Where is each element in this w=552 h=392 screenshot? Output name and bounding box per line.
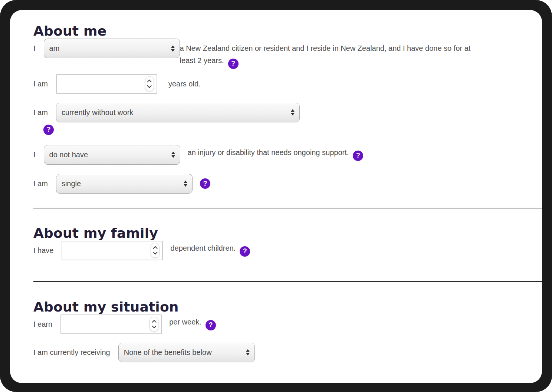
- disability-suffix-text: an injury or disability that needs ongoi…: [188, 148, 349, 157]
- section-title-about-me: About me: [33, 24, 542, 39]
- children-input-wrap: [62, 241, 163, 260]
- benefits-select[interactable]: None of the benefits below: [118, 343, 255, 362]
- age-input[interactable]: [56, 74, 157, 94]
- number-spinner: [145, 76, 154, 91]
- relationship-help-wrap: ?: [200, 178, 210, 189]
- earnings-suffix-label: per week.?: [169, 318, 216, 330]
- earnings-suffix-text: per week.: [169, 318, 201, 326]
- section-title-about-my-family: About my family: [33, 226, 542, 241]
- relationship-help-icon[interactable]: ?: [200, 178, 210, 189]
- select-arrows-icon: [184, 181, 187, 187]
- benefits-row: I am currently receiving None of the ben…: [33, 343, 542, 362]
- earnings-row: I earn per week.?: [33, 314, 542, 334]
- work-status-help-wrap: ?: [43, 125, 542, 135]
- row-label: I: [33, 39, 36, 58]
- work-status-help-icon[interactable]: ?: [43, 125, 54, 135]
- section-title-about-my-situation: About my situation: [33, 300, 542, 314]
- age-input-wrap: [56, 74, 157, 94]
- citizenship-description-text: a New Zealand citizen or resident and I …: [180, 44, 471, 65]
- row-label: I am: [33, 80, 48, 88]
- children-row: I have dependent children.?: [33, 241, 542, 260]
- select-arrows-icon: [171, 45, 175, 52]
- section-divider: [33, 208, 542, 208]
- benefits-select-value: None of the benefits below: [124, 348, 212, 357]
- select-arrows-icon: [171, 152, 175, 158]
- disability-select-value: do not have: [49, 151, 88, 159]
- earnings-help-icon[interactable]: ?: [206, 320, 216, 330]
- citizenship-row: I am a New Zealand citizen or resident a…: [33, 39, 542, 69]
- weekly-earnings-input[interactable]: [60, 314, 162, 334]
- relationship-row: I am single ?: [33, 174, 542, 194]
- work-status-select-value: currently without work: [62, 108, 133, 117]
- children-suffix-text: dependent children.: [170, 244, 236, 252]
- spinner-up-button[interactable]: [152, 320, 156, 323]
- section-divider: [33, 281, 542, 282]
- row-label: I: [33, 151, 36, 159]
- select-arrows-icon: [291, 109, 295, 116]
- select-arrows-icon: [246, 349, 250, 356]
- row-label: I am currently receiving: [33, 348, 110, 357]
- spinner-up-button[interactable]: [153, 247, 157, 249]
- disability-suffix-label: an injury or disability that needs ongoi…: [188, 148, 364, 161]
- citizenship-description: a New Zealand citizen or resident and I …: [180, 39, 477, 69]
- spinner-up-button[interactable]: [147, 80, 152, 83]
- work-status-row: I am currently without work: [33, 103, 542, 122]
- work-status-select[interactable]: currently without work: [56, 103, 300, 122]
- disability-select[interactable]: do not have: [44, 145, 180, 165]
- age-suffix-label: years old.: [168, 80, 201, 88]
- content-card: About me I am a New Zealand citizen or r…: [10, 10, 542, 383]
- children-count-input[interactable]: [62, 241, 163, 260]
- earnings-input-wrap: [60, 314, 162, 334]
- row-label: I have: [33, 246, 53, 255]
- citizenship-help-icon[interactable]: ?: [228, 59, 239, 69]
- citizenship-select-value: am: [49, 44, 60, 53]
- disability-help-icon[interactable]: ?: [353, 151, 363, 161]
- number-spinner: [150, 317, 158, 332]
- row-label: I earn: [33, 320, 52, 329]
- spinner-down-button[interactable]: [147, 85, 152, 88]
- row-label: I am: [33, 108, 48, 117]
- number-spinner: [151, 243, 160, 258]
- children-suffix-label: dependent children.?: [170, 244, 250, 257]
- age-row: I am years old.: [33, 74, 542, 94]
- spinner-down-button[interactable]: [153, 251, 157, 254]
- citizenship-select[interactable]: am: [44, 39, 180, 58]
- disability-row: I do not have an injury or disability th…: [33, 145, 542, 165]
- children-help-icon[interactable]: ?: [240, 246, 250, 257]
- relationship-select[interactable]: single: [56, 174, 193, 194]
- relationship-select-value: single: [62, 179, 81, 188]
- form-content: About me I am a New Zealand citizen or r…: [10, 10, 542, 362]
- spinner-down-button[interactable]: [152, 325, 156, 328]
- row-label: I am: [33, 179, 48, 188]
